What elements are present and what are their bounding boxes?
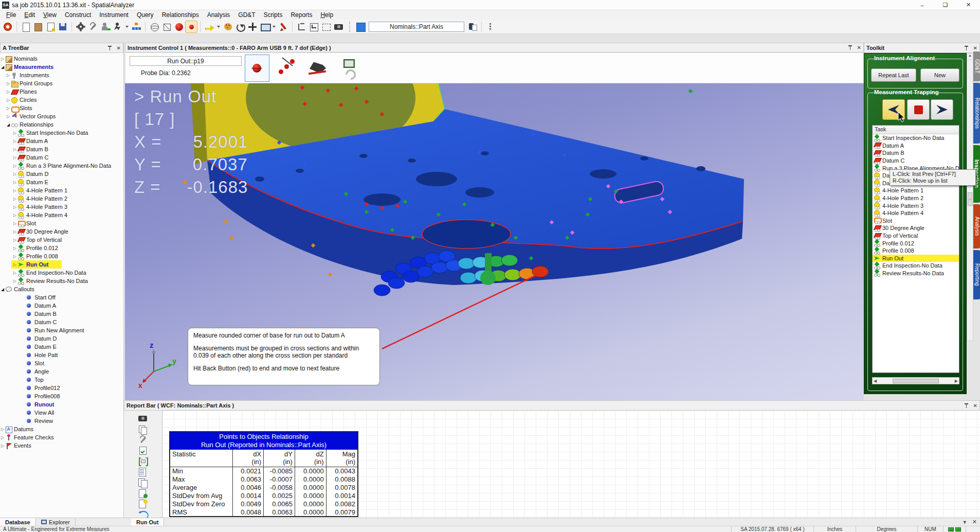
- menu-item-file[interactable]: File: [2, 11, 20, 19]
- instrument-settings-button[interactable]: [336, 55, 361, 82]
- expand-icon[interactable]: [12, 155, 17, 160]
- tree-item[interactable]: Top: [0, 376, 123, 384]
- tree-item[interactable]: Events: [0, 441, 123, 450]
- tree-item[interactable]: 4-Hole Pattern 3: [0, 203, 123, 211]
- expand-icon[interactable]: [12, 279, 17, 283]
- expand-icon[interactable]: [6, 73, 11, 78]
- sphere-wire-icon[interactable]: [149, 21, 160, 32]
- tree-item[interactable]: 4-Hole Pattern 1: [0, 186, 123, 194]
- camera-icon[interactable]: [138, 414, 148, 421]
- toolkit-vscrollbar[interactable]: ▲ ≡: [967, 53, 973, 341]
- collapse-icon[interactable]: [6, 122, 11, 127]
- close-button[interactable]: ✕: [957, 0, 980, 10]
- tree-item[interactable]: Profile 0.008: [873, 247, 959, 255]
- tree-item[interactable]: Datum E: [0, 178, 123, 186]
- menu-item-query[interactable]: Query: [133, 11, 158, 19]
- wcf-frame-combo[interactable]: Nominals::Part Axis: [369, 22, 464, 32]
- tree-item[interactable]: Run New Alignment: [0, 326, 123, 334]
- tree-item[interactable]: Datum C: [0, 318, 123, 326]
- open-doc-icon[interactable]: [32, 21, 44, 32]
- close-icon[interactable]: ✕: [972, 519, 977, 525]
- tree-item[interactable]: End Inspection-No Data: [873, 262, 959, 270]
- menu-item-view[interactable]: View: [39, 11, 61, 19]
- new-alignment-button[interactable]: New: [920, 68, 959, 82]
- expand-icon[interactable]: [6, 114, 11, 119]
- expand-icon[interactable]: [12, 238, 17, 242]
- repeat-last-button[interactable]: Repeat Last: [871, 68, 916, 82]
- close-icon[interactable]: ✕: [857, 45, 861, 50]
- menu-item-help[interactable]: Help: [316, 11, 337, 19]
- tree-item[interactable]: End Inspection-No Data: [0, 269, 123, 277]
- import-doc-icon[interactable]: [45, 21, 56, 32]
- tree-item[interactable]: Start Inspection-No Data: [873, 134, 959, 142]
- run-script-icon[interactable]: [112, 21, 123, 32]
- tree-item[interactable]: 4-Hole Pattern 2: [873, 194, 959, 202]
- user-report-icon[interactable]: [467, 21, 478, 32]
- tree-item[interactable]: Run a 3 Plane Alignment-No Data: [0, 162, 123, 170]
- enter-key-icon[interactable]: [308, 21, 319, 32]
- tree-item[interactable]: Review: [0, 417, 123, 425]
- tree-item[interactable]: Slot: [873, 217, 959, 225]
- tree-item[interactable]: Relationships: [0, 120, 123, 129]
- palette-icon[interactable]: [222, 21, 233, 32]
- tree-item[interactable]: Datum C: [873, 157, 959, 165]
- menu-item-gdt[interactable]: GD&T: [234, 11, 259, 19]
- expand-icon[interactable]: [0, 435, 5, 440]
- expand-icon[interactable]: [6, 90, 11, 94]
- tree-item[interactable]: Measurements: [0, 63, 123, 71]
- single-point-mode-button[interactable]: [245, 55, 269, 82]
- gear-icon[interactable]: [75, 21, 86, 32]
- tree-item[interactable]: Datum A: [873, 142, 959, 150]
- restore-button[interactable]: ❏: [934, 0, 957, 10]
- expand-icon[interactable]: [0, 57, 5, 61]
- menu-item-relationships[interactable]: Relationships: [158, 11, 203, 19]
- tree-item[interactable]: Run Out: [873, 255, 959, 262]
- expand-icon[interactable]: [12, 205, 17, 209]
- tree-item[interactable]: Datum E: [0, 343, 123, 351]
- expand-icon[interactable]: [12, 172, 17, 176]
- box-wire-icon[interactable]: [161, 21, 172, 32]
- menu-item-scripts[interactable]: Scripts: [260, 11, 287, 19]
- expand-icon[interactable]: [12, 180, 17, 185]
- new-doc-icon[interactable]: [20, 21, 31, 32]
- hierarchy-icon[interactable]: [131, 21, 142, 32]
- expand-icon[interactable]: [12, 197, 17, 201]
- tree-item[interactable]: 30 Degree Angle: [873, 224, 959, 232]
- tree-item[interactable]: Slot: [0, 359, 123, 367]
- trap-stop-button[interactable]: [907, 99, 930, 120]
- expand-icon[interactable]: [6, 106, 11, 111]
- expand-icon[interactable]: [6, 81, 11, 86]
- side-tab-reporting[interactable]: Reporting: [973, 250, 980, 299]
- display-icon[interactable]: [259, 21, 270, 32]
- expand-icon[interactable]: [0, 444, 5, 448]
- tree-item[interactable]: Feature Checks: [0, 433, 123, 441]
- side-tab-relationships[interactable]: Relationships: [973, 83, 980, 144]
- tree-item[interactable]: Datum D: [0, 170, 123, 178]
- status-angle-units[interactable]: Degrees: [856, 526, 917, 532]
- pin-icon[interactable]: [107, 45, 113, 51]
- tree-item[interactable]: Datum A: [0, 302, 123, 310]
- doc2-icon[interactable]: [138, 478, 148, 486]
- collapse-icon[interactable]: [0, 287, 5, 292]
- listcheck-icon[interactable]: [138, 446, 148, 453]
- tree-item[interactable]: Angle: [0, 367, 123, 376]
- tree-item[interactable]: Profile 0.012: [873, 239, 959, 247]
- report-grid[interactable]: Points to Objects Relationship Run Out (…: [162, 411, 980, 518]
- tree-item[interactable]: Top of Vertical: [873, 232, 959, 240]
- close-icon[interactable]: ✕: [117, 45, 121, 51]
- add-person-icon[interactable]: [100, 21, 111, 32]
- wrench-icon[interactable]: [138, 435, 148, 443]
- arrow-3d-icon[interactable]: [204, 21, 215, 32]
- tree-item[interactable]: Runout: [0, 400, 123, 409]
- viewport-3d[interactable]: z y x > Run Out[ 17 ]X = 5.2001Y = 0.703…: [125, 83, 864, 400]
- tree-item[interactable]: Datum C: [0, 153, 123, 162]
- pin-icon[interactable]: [964, 403, 969, 409]
- callout-tool-icon[interactable]: [296, 21, 307, 32]
- tree-item[interactable]: Review Results-No Data: [0, 277, 123, 285]
- expand-icon[interactable]: [12, 221, 17, 226]
- tree-item[interactable]: Datum D: [0, 334, 123, 343]
- refresh-icon[interactable]: [138, 510, 148, 518]
- trap-forward-button[interactable]: [931, 99, 953, 120]
- menu-item-construct[interactable]: Construct: [61, 11, 95, 19]
- tree-item[interactable]: Vector Groups: [0, 112, 123, 120]
